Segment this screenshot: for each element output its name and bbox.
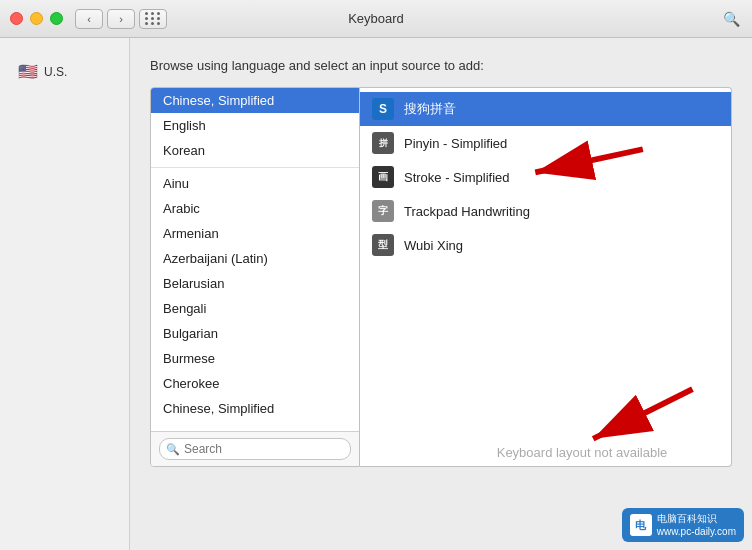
stroke-icon: 画	[372, 166, 394, 188]
window-title: Keyboard	[348, 11, 404, 26]
source-item-wubi[interactable]: 型 Wubi Xing	[360, 228, 731, 262]
lang-item-english[interactable]: English	[151, 113, 359, 138]
trackpad-icon: 字	[372, 200, 394, 222]
watermark-icon: 电	[630, 514, 652, 536]
lang-item-korean[interactable]: Korean	[151, 138, 359, 163]
lang-item-belarusian[interactable]: Belarusian	[151, 271, 359, 296]
keyboard-unavailable-text: Keyboard layout not available	[452, 425, 712, 480]
titlebar-search-icon[interactable]: 🔍	[723, 11, 740, 27]
language-search-bar: 🔍	[151, 431, 359, 466]
lang-item-chinese-simplified2[interactable]: Chinese, Simplified	[151, 396, 359, 421]
dialog-area: Browse using language and select an inpu…	[130, 38, 752, 550]
lang-item-bengali[interactable]: Bengali	[151, 296, 359, 321]
input-source-panel: S 搜狗拼音 拼 Pinyin - Simplified 画 Stroke - …	[360, 87, 732, 467]
back-button[interactable]: ‹	[75, 9, 103, 29]
lang-item-arabic[interactable]: Arabic	[151, 196, 359, 221]
lang-item-cherokee[interactable]: Cherokee	[151, 371, 359, 396]
dialog-instruction: Browse using language and select an inpu…	[150, 58, 732, 73]
lang-item-burmese[interactable]: Burmese	[151, 346, 359, 371]
watermark-text: 电脑百科知识www.pc-daily.com	[657, 512, 736, 538]
selector-panels: Chinese, Simplified English Korean Ainu …	[150, 87, 732, 467]
language-list-panel: Chinese, Simplified English Korean Ainu …	[150, 87, 360, 467]
sidebar-item-us[interactable]: 🇺🇸 U.S.	[10, 58, 119, 85]
lang-item-chinese-simplified[interactable]: Chinese, Simplified	[151, 88, 359, 113]
title-bar: ‹ › Keyboard 🔍	[0, 0, 752, 38]
language-search-input[interactable]	[159, 438, 351, 460]
sougou-label: 搜狗拼音	[404, 100, 456, 118]
input-source-list: S 搜狗拼音 拼 Pinyin - Simplified 画 Stroke - …	[360, 88, 731, 466]
stroke-label: Stroke - Simplified	[404, 170, 509, 185]
maximize-button[interactable]	[50, 12, 63, 25]
language-list-scroll[interactable]: Chinese, Simplified English Korean Ainu …	[151, 88, 359, 431]
main-content: 🇺🇸 U.S. Browse using language and select…	[0, 38, 752, 550]
search-magnifier-icon: 🔍	[166, 443, 180, 456]
search-wrap: 🔍	[159, 438, 351, 460]
lang-item-azerbaijani[interactable]: Azerbaijani (Latin)	[151, 246, 359, 271]
wubi-icon: 型	[372, 234, 394, 256]
minimize-button[interactable]	[30, 12, 43, 25]
us-flag-icon: 🇺🇸	[18, 62, 38, 81]
source-item-stroke[interactable]: 画 Stroke - Simplified	[360, 160, 731, 194]
trackpad-label: Trackpad Handwriting	[404, 204, 530, 219]
sidebar: 🇺🇸 U.S.	[0, 38, 130, 550]
source-item-sougou[interactable]: S 搜狗拼音	[360, 92, 731, 126]
lang-item-ainu[interactable]: Ainu	[151, 167, 359, 196]
watermark-badge: 电 电脑百科知识www.pc-daily.com	[622, 508, 744, 542]
forward-button[interactable]: ›	[107, 9, 135, 29]
traffic-lights	[10, 12, 63, 25]
close-button[interactable]	[10, 12, 23, 25]
lang-item-armenian[interactable]: Armenian	[151, 221, 359, 246]
nav-buttons: ‹ ›	[75, 9, 135, 29]
sougou-icon: S	[372, 98, 394, 120]
grid-button[interactable]	[139, 9, 167, 29]
source-item-pinyin[interactable]: 拼 Pinyin - Simplified	[360, 126, 731, 160]
pinyin-icon: 拼	[372, 132, 394, 154]
lang-item-bulgarian[interactable]: Bulgarian	[151, 321, 359, 346]
us-label: U.S.	[44, 65, 67, 79]
source-item-trackpad[interactable]: 字 Trackpad Handwriting	[360, 194, 731, 228]
wubi-label: Wubi Xing	[404, 238, 463, 253]
pinyin-label: Pinyin - Simplified	[404, 136, 507, 151]
